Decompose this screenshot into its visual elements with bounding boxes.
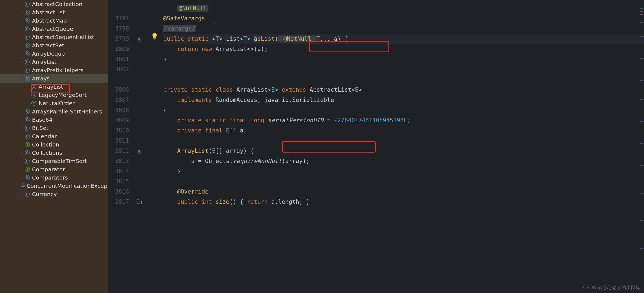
- error-stripe[interactable]: [640, 0, 644, 293]
- stripe-mark[interactable]: [640, 165, 643, 166]
- chevron-right-icon[interactable]: ›: [20, 52, 24, 56]
- stripe-mark[interactable]: [640, 220, 643, 221]
- stripe-mark[interactable]: [640, 58, 643, 59]
- chevron-right-icon[interactable]: ›: [20, 68, 24, 72]
- code-line[interactable]: private static final long serialVersionU…: [163, 115, 644, 126]
- code-line[interactable]: }: [163, 54, 644, 64]
- code-line[interactable]: [163, 75, 644, 85]
- marker-gutter[interactable]: @@O↑: [133, 0, 147, 293]
- token: List<: [226, 36, 243, 42]
- tree-item-collection[interactable]: ·ICollection: [0, 140, 108, 149]
- token: >: [358, 86, 362, 93]
- tree-item-arrayprefixhelpers[interactable]: ›CArrayPrefixHelpers: [0, 66, 108, 74]
- gutter-empty: [133, 105, 147, 115]
- token: ;: [407, 117, 411, 124]
- tree-item-comparators[interactable]: ›CComparators: [0, 173, 108, 182]
- code-line[interactable]: [163, 177, 644, 187]
- stripe-mark[interactable]: [640, 193, 643, 194]
- tree-item-concurrentmodificationexception[interactable]: ·CConcurrentModificationException: [0, 182, 108, 190]
- tree-item-abstractcollection[interactable]: ·CAbstractCollection: [0, 0, 108, 8]
- intention-bulb-icon[interactable]: 💡: [151, 33, 158, 40]
- token: size: [216, 199, 230, 205]
- gutter-empty: [133, 95, 147, 105]
- stripe-mark[interactable]: [640, 80, 643, 81]
- override-gutter-icon[interactable]: @: [133, 34, 147, 44]
- token: final: [229, 117, 250, 124]
- chevron-right-icon[interactable]: ›: [20, 110, 24, 113]
- tree-item-abstractmap[interactable]: ›CAbstractMap: [0, 17, 108, 25]
- tree-item-comparator[interactable]: ·IComparator: [0, 165, 108, 173]
- token: (: [275, 36, 278, 42]
- code-line[interactable]: @SafeVarargs: [163, 13, 644, 24]
- override-gutter-icon[interactable]: @: [133, 146, 147, 156]
- gutter-empty: [133, 156, 147, 166]
- tree-item-abstractlist[interactable]: ›CAbstractList: [0, 8, 108, 17]
- chevron-right-icon[interactable]: ›: [20, 118, 24, 122]
- watermark-text: CSDN @心心念念的小鼠标: [583, 284, 640, 291]
- class-icon: C: [25, 2, 30, 7]
- stripe-mark[interactable]: [640, 14, 643, 15]
- tree-item-arraylist[interactable]: ›CArrayList: [0, 58, 108, 66]
- stripe-mark[interactable]: [640, 121, 643, 122]
- stripe-mark[interactable]: [640, 36, 643, 37]
- code-line[interactable]: implements RandomAccess, java.io.Seriali…: [163, 95, 644, 105]
- chevron-right-icon[interactable]: ›: [20, 176, 24, 180]
- token: class: [216, 86, 237, 93]
- chevron-right-icon[interactable]: ›: [20, 19, 24, 23]
- tree-item-abstractqueue[interactable]: ·CAbstractQueue: [0, 25, 108, 33]
- tree-item-arraysparallelsorthelpers[interactable]: ›CArraysParallelSortHelpers: [0, 107, 108, 116]
- code-area[interactable]: @NotNull@SafeVarargs/varargs/public stat…: [163, 3, 644, 207]
- chevron-right-icon[interactable]: ›: [20, 60, 24, 64]
- token: >: [247, 36, 254, 42]
- tree-item-naturalorder[interactable]: ·CNaturalOrder: [0, 99, 108, 107]
- code-line[interactable]: [163, 64, 644, 75]
- gutter-empty: [133, 85, 147, 95]
- code-line[interactable]: @Override: [163, 187, 644, 197]
- chevron-right-icon[interactable]: ›: [20, 192, 24, 196]
- tree-item-arraylist[interactable]: ·CArrayList: [0, 83, 108, 91]
- code-line[interactable]: public int size() { return a.length; }: [163, 197, 644, 207]
- token: [163, 5, 177, 12]
- tree-item-bitset[interactable]: ·CBitSet: [0, 124, 108, 132]
- class-icon: C: [25, 117, 30, 122]
- tree-item-calendar[interactable]: ›CCalendar: [0, 132, 108, 140]
- code-line[interactable]: /varargs/: [163, 24, 644, 34]
- token: T: [243, 36, 247, 42]
- chevron-right-icon[interactable]: ›: [20, 151, 24, 155]
- code-line[interactable]: ArrayList(E[] array) {: [163, 146, 644, 156]
- tree-item-abstractsequentiallist[interactable]: ·CAbstractSequentialList: [0, 33, 108, 41]
- stripe-mark[interactable]: [640, 143, 643, 144]
- tree-item-currency[interactable]: ›CCurrency: [0, 190, 108, 198]
- stripe-mark[interactable]: [640, 8, 643, 9]
- code-editor[interactable]: 3797379837993800380138023806380738083809…: [108, 0, 644, 293]
- code-line[interactable]: return new ArrayList<>(a);: [163, 44, 644, 54]
- stripe-mark[interactable]: [640, 248, 643, 249]
- tree-item-arraydeque[interactable]: ›CArrayDeque: [0, 50, 108, 58]
- code-line[interactable]: private static class ArrayList<E> extend…: [163, 85, 644, 95]
- code-line[interactable]: {: [163, 105, 644, 115]
- stripe-mark[interactable]: [640, 11, 643, 12]
- chevron-right-icon[interactable]: ›: [20, 10, 24, 14]
- code-line[interactable]: private final E[] a;: [163, 126, 644, 136]
- code-line[interactable]: @NotNull: [163, 3, 644, 13]
- tree-item-abstractset[interactable]: ·CAbstractSet: [0, 41, 108, 50]
- class-icon: C: [25, 175, 30, 180]
- stripe-mark[interactable]: [640, 99, 643, 100]
- project-tree[interactable]: ·CAbstractCollection›CAbstractList›CAbst…: [0, 0, 108, 293]
- tree-item-label: AbstractCollection: [31, 1, 82, 7]
- tree-item-base64[interactable]: ›CBase64: [0, 116, 108, 124]
- code-line[interactable]: }: [163, 166, 644, 177]
- chevron-right-icon[interactable]: ›: [20, 134, 24, 138]
- chevron-down-icon[interactable]: ⌄: [20, 77, 24, 80]
- tree-item-legacymergesort[interactable]: ·CLegacyMergeSort: [0, 91, 108, 99]
- stripe-mark[interactable]: [640, 22, 643, 23]
- code-line[interactable]: [163, 136, 644, 146]
- code-line[interactable]: a = Objects.requireNonNull(array);: [163, 156, 644, 166]
- tree-item-comparabletimsort[interactable]: ·CComparableTimSort: [0, 157, 108, 165]
- token: private: [177, 117, 205, 124]
- token: () {: [229, 199, 247, 205]
- code-line[interactable]: public static <T> List<T> asList( @NotNu…: [163, 34, 644, 44]
- tree-item-arrays[interactable]: ⌄CArrays: [0, 74, 108, 83]
- tree-item-collections[interactable]: ›CCollections: [0, 149, 108, 157]
- gutter-mark[interactable]: O↑: [133, 197, 147, 207]
